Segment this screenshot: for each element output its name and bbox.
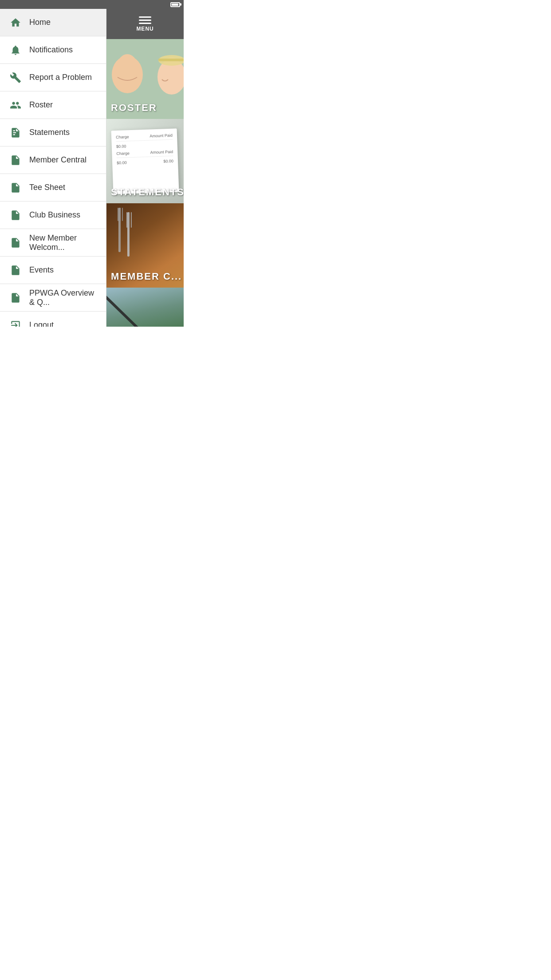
ppwga-label: PPWGA Overview & Q... [29,288,99,307]
roster-card-label: ROSTER [111,102,157,114]
tee-sheet-label: Tee Sheet [29,183,65,192]
sidebar-item-report-problem[interactable]: Report a Problem [0,64,106,91]
main-layout: Home Notifications Report a Proble [0,9,184,327]
svg-rect-16 [131,212,132,228]
svg-rect-10 [118,208,118,221]
wrench-icon [7,69,24,86]
svg-rect-14 [126,212,127,228]
statements-card-label: STATEMENTS [111,186,184,198]
svg-rect-6 [158,59,184,61]
svg-rect-11 [120,208,121,221]
svg-rect-15 [129,212,130,228]
sidebar-item-roster[interactable]: Roster [0,91,106,119]
menu-button[interactable]: MENU [136,16,153,32]
sidebar-item-club-business[interactable]: Club Business [0,202,106,229]
logout-label: Logout [29,320,54,327]
card-tee-sheet[interactable]: TEE SHEE... [106,288,184,327]
report-problem-label: Report a Problem [29,73,92,82]
bell-icon [7,42,24,59]
card-statements[interactable]: ChargeAmount Paid $0.00 ChargeAmount Pai… [106,119,184,203]
home-icon [7,14,24,31]
member-central-icon [7,152,24,169]
club-business-icon [7,207,24,224]
sidebar-item-member-central[interactable]: Member Central [0,146,106,174]
menu-text: MENU [136,26,153,32]
sidebar-item-tee-sheet[interactable]: Tee Sheet [0,174,106,202]
statements-label: Statements [29,128,70,137]
roster-label: Roster [29,100,53,110]
card-member-central[interactable]: MEMBER C... [106,203,184,288]
home-label: Home [29,18,51,27]
tee-sheet-icon [7,179,24,196]
sidebar-item-statements[interactable]: Statements [0,119,106,146]
cards-container: ROSTER ChargeAmount Paid $0.00 [106,39,184,327]
sidebar-item-home[interactable]: Home [0,9,106,36]
new-member-icon [7,234,24,251]
card-roster[interactable]: ROSTER [106,39,184,119]
notifications-label: Notifications [29,45,73,55]
status-bar [0,0,184,9]
right-panel: MENU [106,9,184,327]
events-icon [7,262,24,279]
new-member-label: New Member Welcom... [29,233,99,252]
ppwga-icon [7,289,24,306]
member-central-card-label: MEMBER C... [111,271,182,282]
events-label: Events [29,265,54,275]
sidebar-item-logout[interactable]: Logout [0,312,106,327]
menu-lines-icon [139,16,151,24]
svg-rect-12 [122,208,123,221]
svg-point-2 [118,54,137,77]
header-bar: MENU [106,9,184,39]
sidebar-item-ppwga[interactable]: PPWGA Overview & Q... [0,284,106,312]
sidebar-item-new-member[interactable]: New Member Welcom... [0,229,106,257]
sidebar-item-notifications[interactable]: Notifications [0,36,106,64]
logout-icon [7,317,24,327]
app-container: Home Notifications Report a Proble [0,0,184,327]
sidebar-item-events[interactable]: Events [0,257,106,284]
sidebar: Home Notifications Report a Proble [0,9,106,327]
club-business-label: Club Business [29,210,80,220]
statements-icon [7,124,24,141]
battery-icon [170,2,180,7]
member-central-label: Member Central [29,155,87,165]
person-icon [7,97,24,114]
